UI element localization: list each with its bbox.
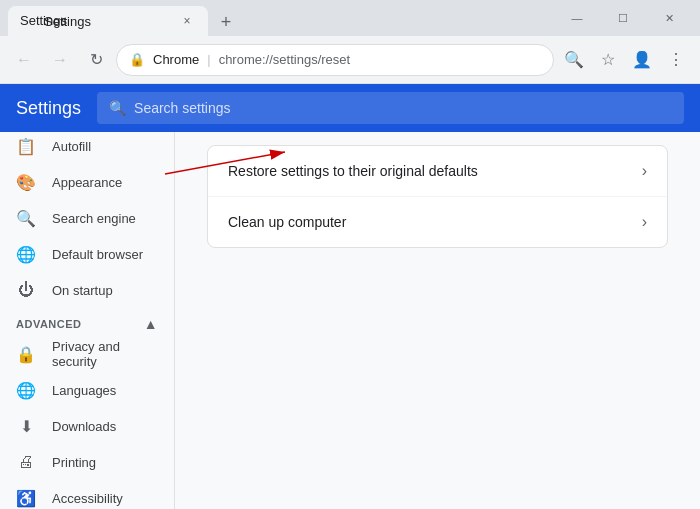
window-controls: — ☐ ✕ <box>554 0 692 36</box>
sidebar-item-on-startup[interactable]: ⏻ On startup <box>0 272 174 308</box>
maximize-button[interactable]: ☐ <box>600 0 646 36</box>
search-engine-icon: 🔍 <box>16 209 36 228</box>
search-settings-box[interactable]: 🔍 Search settings <box>97 92 684 124</box>
sidebar-item-accessibility[interactable]: ♿ Accessibility <box>0 480 174 509</box>
sidebar-label-languages: Languages <box>52 383 116 398</box>
minimize-button[interactable]: — <box>554 0 600 36</box>
tab-bar: Settings Settings × + — ☐ ✕ <box>0 0 700 36</box>
languages-icon: 🌐 <box>16 381 36 400</box>
privacy-icon: 🔒 <box>16 345 36 364</box>
menu-button[interactable]: ⋮ <box>660 44 692 76</box>
lock-icon: 🔒 <box>129 52 145 67</box>
nav-right-icons: 🔍 ☆ 👤 ⋮ <box>558 44 692 76</box>
back-button[interactable]: ← <box>8 44 40 76</box>
sidebar-label-printing: Printing <box>52 455 96 470</box>
restore-settings-row[interactable]: Restore settings to their original defau… <box>208 146 667 197</box>
separator: | <box>207 52 210 67</box>
sidebar-item-privacy[interactable]: 🔒 Privacy and security <box>0 336 174 372</box>
sidebar: 👤 People 📋 Autofill 🎨 Appearance 🔍 Searc… <box>0 84 175 509</box>
sidebar-item-autofill[interactable]: 📋 Autofill <box>0 128 174 164</box>
sidebar-item-default-browser[interactable]: 🌐 Default browser <box>0 236 174 272</box>
url-path: chrome://settings/reset <box>219 52 351 67</box>
appearance-icon: 🎨 <box>16 173 36 192</box>
search-placeholder: Search settings <box>134 100 231 116</box>
advanced-section-header[interactable]: Advanced ▲ <box>0 308 174 336</box>
default-browser-icon: 🌐 <box>16 245 36 264</box>
on-startup-icon: ⏻ <box>16 281 36 299</box>
close-button[interactable]: ✕ <box>646 0 692 36</box>
tab-close-button[interactable]: × <box>178 12 196 30</box>
sidebar-label-autofill: Autofill <box>52 139 91 154</box>
restore-settings-label: Restore settings to their original defau… <box>228 163 642 179</box>
cleanup-computer-row[interactable]: Clean up computer › <box>208 197 667 247</box>
search-icon: 🔍 <box>109 100 126 116</box>
site-name: Chrome <box>153 52 199 67</box>
sidebar-item-languages[interactable]: 🌐 Languages <box>0 372 174 408</box>
sidebar-label-downloads: Downloads <box>52 419 116 434</box>
reload-button[interactable]: ↻ <box>80 44 112 76</box>
new-tab-button[interactable]: + <box>212 8 240 36</box>
tab-favicon: Settings <box>20 13 36 29</box>
settings-header: Settings 🔍 Search settings <box>0 84 700 132</box>
sidebar-item-search-engine[interactable]: 🔍 Search engine <box>0 200 174 236</box>
bookmark-button[interactable]: ☆ <box>592 44 624 76</box>
forward-button[interactable]: → <box>44 44 76 76</box>
printing-icon: 🖨 <box>16 453 36 471</box>
main-content: Reset and clean up Restore settings to t… <box>175 84 700 509</box>
sidebar-label-appearance: Appearance <box>52 175 122 190</box>
sidebar-label-search-engine: Search engine <box>52 211 136 226</box>
downloads-icon: ⬇ <box>16 417 36 436</box>
settings-title: Settings <box>16 98 81 119</box>
accessibility-icon: ♿ <box>16 489 36 508</box>
nav-bar: ← → ↻ 🔒 Chrome | chrome://settings/reset… <box>0 36 700 84</box>
sidebar-item-downloads[interactable]: ⬇ Downloads <box>0 408 174 444</box>
active-tab[interactable]: Settings Settings × <box>8 6 208 36</box>
account-button[interactable]: 👤 <box>626 44 658 76</box>
search-icon-button[interactable]: 🔍 <box>558 44 590 76</box>
sidebar-item-appearance[interactable]: 🎨 Appearance <box>0 164 174 200</box>
tab-title: Settings <box>44 14 91 29</box>
settings-body: 👤 People 📋 Autofill 🎨 Appearance 🔍 Searc… <box>0 84 700 509</box>
browser-window: Settings Settings × + — ☐ ✕ ← → ↻ 🔒 Chro… <box>0 0 700 509</box>
sidebar-item-printing[interactable]: 🖨 Printing <box>0 444 174 480</box>
sidebar-label-accessibility: Accessibility <box>52 491 123 506</box>
cleanup-computer-label: Clean up computer <box>228 214 642 230</box>
sidebar-label-default-browser: Default browser <box>52 247 143 262</box>
restore-settings-arrow-icon: › <box>642 162 647 180</box>
settings-card: Restore settings to their original defau… <box>207 145 668 248</box>
cleanup-arrow-icon: › <box>642 213 647 231</box>
advanced-label: Advanced <box>16 318 82 330</box>
sidebar-label-on-startup: On startup <box>52 283 113 298</box>
address-bar[interactable]: 🔒 Chrome | chrome://settings/reset <box>116 44 554 76</box>
sidebar-label-privacy: Privacy and security <box>52 339 158 369</box>
advanced-toggle-icon[interactable]: ▲ <box>144 316 158 332</box>
autofill-icon: 📋 <box>16 137 36 156</box>
